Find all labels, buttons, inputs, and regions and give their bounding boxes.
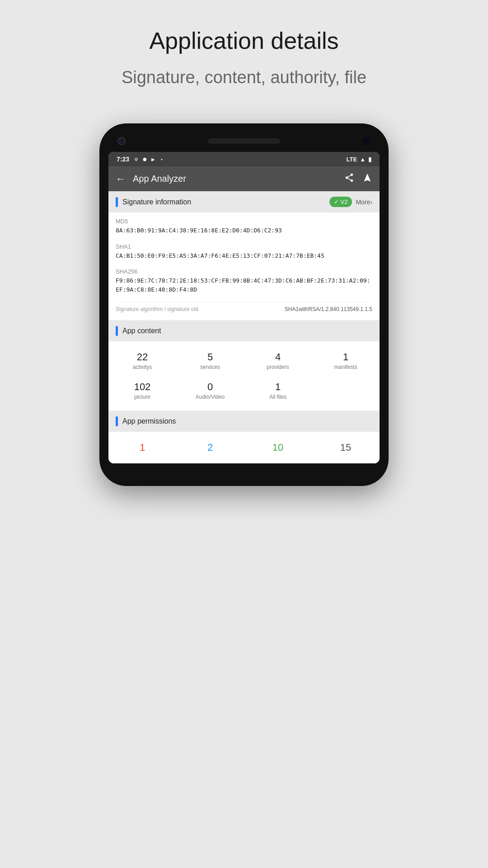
permissions-section-header: App permissions xyxy=(108,411,380,432)
perm-number-3: 10 xyxy=(272,442,283,453)
sha1-label: SHA1 xyxy=(116,243,372,250)
content-cell-activities: 22 activitys xyxy=(108,346,176,376)
app-toolbar: ← App Analyzer xyxy=(108,166,380,191)
perm-number-2: 2 xyxy=(207,442,213,453)
signature-section-title: Signature information xyxy=(122,198,329,206)
section-bar-signature xyxy=(116,197,118,207)
signal-icon: ▲ xyxy=(360,156,366,163)
phone-camera xyxy=(117,137,126,145)
manifests-label: manifests xyxy=(334,364,357,370)
sha1-value: CA:B1:50:E0:F9:E5:A5:3A:A7:F6:4E:E5:13:C… xyxy=(116,251,372,260)
content-grid: 22 activitys 5 services 4 providers 1 ma… xyxy=(108,341,380,410)
status-left: 7:23 ⚙ ⬟ ▶ ▪ xyxy=(117,156,165,163)
settings-icon: ⚙ xyxy=(133,156,139,162)
perm-cell-3: 10 xyxy=(244,436,312,459)
status-icons: ⚙ ⬟ ▶ ▪ xyxy=(133,156,165,162)
phone-top-bar xyxy=(108,137,380,152)
content-cell-services: 5 services xyxy=(176,346,244,376)
perm-number-1: 1 xyxy=(140,442,145,453)
services-number: 5 xyxy=(207,351,213,363)
perm-cell-2: 2 xyxy=(176,436,244,459)
algo-value: SHA1withRSA/1.2.840.113549.1.1.5 xyxy=(285,306,372,312)
sha256-value: F9:86:9E:7C:78:72:2E:18:53:CF:FB:99:8B:4… xyxy=(116,276,372,294)
status-bar: 7:23 ⚙ ⬟ ▶ ▪ LTE ▲ ▮ xyxy=(108,152,380,166)
checkmark-icon: ✓ xyxy=(334,198,339,205)
signature-content: MD5 8A:63:B0:91:9A:C4:38:9E:16:8E:E2:D0:… xyxy=(108,212,380,320)
perm-cell-4: 15 xyxy=(312,436,380,459)
toolbar-actions xyxy=(344,173,372,185)
chevron-right-icon: › xyxy=(370,198,372,206)
phone-screen: 7:23 ⚙ ⬟ ▶ ▪ LTE ▲ ▮ ← App Analyzer xyxy=(108,152,380,463)
battery-icon: ▮ xyxy=(368,156,371,163)
providers-number: 4 xyxy=(275,351,281,363)
perm-cell-1: 1 xyxy=(108,436,176,459)
navigate-icon[interactable] xyxy=(362,173,372,185)
page-subtitle: Signature, content, authority, file xyxy=(122,68,366,87)
audio-number: 0 xyxy=(207,381,213,393)
section-bar-content xyxy=(116,326,118,336)
sha256-row: SHA256 F9:86:9E:7C:78:72:2E:18:53:CF:FB:… xyxy=(116,268,372,294)
manifests-number: 1 xyxy=(343,351,348,363)
phone-frame: 7:23 ⚙ ⬟ ▶ ▪ LTE ▲ ▮ ← App Analyzer xyxy=(99,123,389,486)
content-cell-empty xyxy=(312,376,380,406)
more-button[interactable]: More › xyxy=(356,198,372,206)
algo-row: Signature algorithm / signature oid SHA1… xyxy=(116,302,372,312)
perm-number-4: 15 xyxy=(340,442,351,453)
clipboard-icon: ▪ xyxy=(159,156,165,162)
permissions-section-title: App permissions xyxy=(122,417,372,425)
v2-label: V2 xyxy=(341,198,348,205)
phone-bottom xyxy=(108,463,380,472)
md5-row: MD5 8A:63:B0:91:9A:C4:38:9E:16:8E:E2:D0:… xyxy=(116,218,372,235)
content-section-title: App content xyxy=(122,327,372,335)
md5-label: MD5 xyxy=(116,218,372,225)
content-cell-manifests: 1 manifests xyxy=(312,346,380,376)
content-cell-allfiles: 1 All files xyxy=(244,376,312,406)
providers-label: providers xyxy=(267,364,289,370)
status-right: LTE ▲ ▮ xyxy=(347,156,371,163)
sha256-label: SHA256 xyxy=(116,268,372,275)
phone-speaker xyxy=(208,138,280,144)
content-cell-audio: 0 Audio/Video xyxy=(176,376,244,406)
phone-sensor xyxy=(362,137,371,145)
allfiles-label: All files xyxy=(269,394,286,400)
v2-badge: ✓ V2 xyxy=(329,197,352,207)
status-time: 7:23 xyxy=(117,156,129,163)
permissions-content: 1 2 10 15 xyxy=(108,432,380,463)
toolbar-title: App Analyzer xyxy=(133,174,344,184)
share-icon[interactable] xyxy=(344,173,354,185)
signature-section-header: Signature information ✓ V2 More › xyxy=(108,191,380,212)
audio-label: Audio/Video xyxy=(196,394,225,400)
md5-value: 8A:63:B0:91:9A:C4:38:9E:16:8E:E2:D0:4D:D… xyxy=(116,226,372,235)
lte-label: LTE xyxy=(347,156,357,163)
sha1-row: SHA1 CA:B1:50:E0:F9:E5:A5:3A:A7:F6:4E:E5… xyxy=(116,243,372,260)
allfiles-number: 1 xyxy=(275,381,281,393)
shield-icon: ⬟ xyxy=(141,156,148,162)
back-button[interactable]: ← xyxy=(116,173,126,185)
picture-number: 102 xyxy=(134,381,151,393)
content-cell-picture: 102 picture xyxy=(108,376,176,406)
activities-label: activitys xyxy=(133,364,152,370)
services-label: services xyxy=(200,364,220,370)
page-title: Application details xyxy=(149,27,338,54)
content-cell-providers: 4 providers xyxy=(244,346,312,376)
section-bar-permissions xyxy=(116,416,118,426)
picture-label: picture xyxy=(134,394,150,400)
play-icon: ▶ xyxy=(150,156,156,162)
content-section-header: App content xyxy=(108,321,380,341)
algo-label: Signature algorithm / signature oid xyxy=(116,306,198,312)
activities-number: 22 xyxy=(137,351,148,363)
